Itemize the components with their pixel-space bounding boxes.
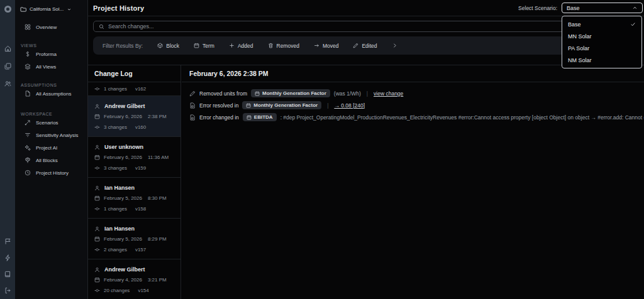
sidebar-item-project-ai[interactable]: Project AI	[20, 141, 84, 154]
filter-removed[interactable]: Removed	[268, 43, 299, 49]
docs-book-icon[interactable]	[4, 271, 11, 278]
option-label: NM Solar	[568, 57, 592, 63]
scenario-option-base[interactable]: Base	[562, 18, 641, 30]
scenario-option-pa-solar[interactable]: PA Solar	[562, 42, 641, 54]
filter-label: Moved	[323, 43, 339, 49]
scenario-option-nm-solar[interactable]: NM Solar	[562, 54, 641, 66]
sidebar-item-all-assumptions[interactable]: All Assumptions	[20, 87, 84, 100]
filter-more-chevron[interactable]	[392, 43, 397, 48]
user-icon	[94, 104, 100, 109]
document-icon	[25, 90, 31, 97]
change-log-entry[interactable]: Andrew Gilbert February 4, 20263:21 PM 2…	[88, 259, 180, 299]
icon-rail	[0, 0, 15, 299]
value-change-link[interactable]: → 0.08 [240]	[334, 102, 365, 109]
change-log-entry-selected[interactable]: Andrew Gilbert February 6, 20262:38 PM 3…	[88, 96, 180, 137]
change-text: Error changed in	[199, 114, 239, 121]
logout-icon[interactable]	[4, 287, 11, 294]
filter-bar-label: Filter Results By:	[103, 43, 143, 49]
sidebar-item-project-history[interactable]: Project History	[20, 166, 84, 179]
change-log-entry[interactable]: Ian Hansen February 5, 20268:30 PM 1 cha…	[88, 178, 180, 219]
sidebar-item-scenarios[interactable]: Scenarios	[20, 116, 84, 129]
calendar-icon	[94, 277, 100, 283]
changes-count: 20 changes	[104, 288, 130, 293]
pencil-icon	[189, 90, 196, 97]
sidebar-item-label: Sensitivity Analysis	[36, 133, 79, 138]
filter-label: Edited	[362, 43, 377, 49]
sidebar-section-assumptions: ASSUMPTIONS	[20, 79, 84, 87]
change-log-entry[interactable]: User unknown February 6, 202611:36 AM 3 …	[88, 137, 180, 178]
change-row-removed-units: Removed units from Monthly Generation Fa…	[189, 87, 644, 99]
feedback-flag-icon[interactable]	[4, 238, 11, 245]
folder-icon	[20, 6, 26, 13]
entry-date: February 6, 2026	[104, 114, 142, 119]
version-label: v157	[135, 247, 146, 253]
option-label: Base	[568, 21, 581, 28]
entry-user: Andrew Gilbert	[104, 266, 145, 273]
chip-label: EBITDA	[254, 114, 273, 120]
view-change-link[interactable]: view change	[374, 90, 403, 97]
entry-time: 8:30 PM	[148, 195, 167, 201]
filter-bar: Filter Results By: Block Term Added Remo…	[93, 36, 638, 55]
filter-term[interactable]: Term	[194, 43, 214, 49]
filter-label: Removed	[277, 43, 299, 49]
home-icon[interactable]	[4, 45, 11, 52]
scenario-option-mn-solar[interactable]: MN Solar	[562, 30, 641, 42]
change-note: (was 1/Wh)	[334, 90, 361, 97]
change-text: Error resolved in	[199, 102, 238, 109]
block-chip[interactable]: Monthly Generation Factor	[251, 89, 330, 97]
filter-block[interactable]: Block	[157, 43, 179, 49]
search-input[interactable]	[108, 23, 632, 30]
calendar-icon	[247, 115, 252, 120]
zap-icon[interactable]	[4, 254, 11, 261]
plus-icon	[229, 43, 235, 48]
chevron-up-icon	[632, 5, 638, 11]
sidebar-item-label: Overview	[36, 24, 57, 30]
entry-user: Ian Hansen	[104, 226, 135, 232]
entry-user: User unknown	[104, 144, 143, 150]
sidebar-item-label: All Blocks	[36, 158, 58, 163]
block-chip[interactable]: EBITDA	[243, 113, 277, 121]
chip-label: Monthly Generation Factor	[253, 102, 318, 108]
entry-date: February 6, 2026	[104, 155, 142, 160]
projects-icon[interactable]	[4, 63, 11, 70]
calendar-icon	[94, 195, 100, 201]
sidebar-item-label: Scenarios	[36, 120, 58, 126]
calendar-icon	[94, 155, 100, 160]
block-chip[interactable]: Monthly Generation Factor	[242, 101, 321, 109]
change-log-entry[interactable]: Ian Hansen February 5, 20268:29 PM 2 cha…	[88, 219, 180, 259]
filter-icon	[25, 132, 31, 138]
sidebar-item-label: Proforma	[36, 52, 57, 57]
filter-added[interactable]: Added	[229, 43, 253, 49]
sidebar-item-all-views[interactable]: All Views	[20, 60, 84, 73]
calendar-icon	[246, 103, 251, 108]
app-logo-icon[interactable]	[4, 6, 11, 13]
scenario-select[interactable]: Base	[562, 3, 643, 13]
trash-icon	[268, 43, 274, 48]
chip-label: Monthly Generation Factor	[262, 90, 326, 96]
sidebar-item-all-blocks[interactable]: All Blocks	[20, 154, 84, 166]
scenario-dropdown-menu: Base MN Solar PA Solar NM Solar	[562, 16, 642, 68]
filter-edited[interactable]: Edited	[353, 43, 377, 49]
sidebar-item-label: All Assumptions	[36, 91, 71, 97]
sidebar-item-overview[interactable]: Overview	[20, 21, 84, 33]
entry-time: 8:29 PM	[148, 236, 167, 242]
page-title: Project History	[93, 4, 144, 12]
filter-moved[interactable]: Moved	[314, 43, 339, 49]
sidebar-item-sensitivity-analysis[interactable]: Sensitivity Analysis	[20, 129, 84, 141]
blocks-icon	[25, 157, 31, 163]
change-detail-panel: February 6, 2026 2:38 PM Removed units f…	[182, 65, 644, 299]
sidebar-item-proforma[interactable]: Proforma	[20, 48, 84, 60]
sidebar-section-views: VIEWS	[20, 40, 84, 48]
version-label: v158	[135, 206, 146, 212]
chevron-down-icon[interactable]	[67, 7, 72, 12]
list-item[interactable]: 1 changes v162	[88, 82, 180, 96]
project-selector[interactable]: California Sol...	[20, 4, 84, 14]
changes-icon	[94, 247, 100, 253]
entry-time: 2:38 PM	[148, 114, 167, 119]
users-icon[interactable]	[4, 80, 11, 87]
version-label: v154	[138, 288, 148, 293]
changes-icon	[94, 86, 100, 92]
changes-icon	[94, 206, 100, 212]
pencil-icon	[353, 43, 358, 48]
error-doc-icon	[189, 114, 196, 121]
